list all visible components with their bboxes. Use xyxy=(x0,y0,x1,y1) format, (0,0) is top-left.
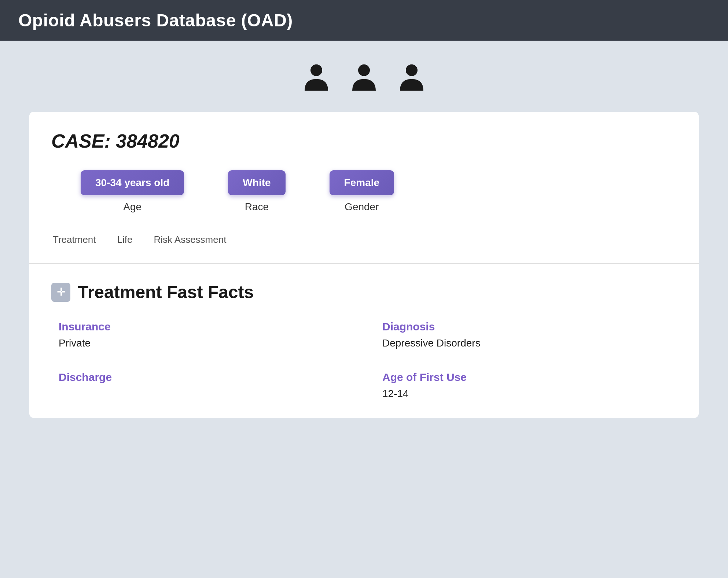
demographics-row: 30-34 years old Age White Race Female Ge… xyxy=(51,170,677,213)
tab-treatment[interactable]: Treatment xyxy=(51,231,98,248)
age-badge: 30-34 years old xyxy=(81,170,184,195)
diagnosis-label: Diagnosis xyxy=(382,321,677,333)
clipboard-icon xyxy=(51,283,70,302)
discharge-label: Discharge xyxy=(59,371,353,384)
race-demo-item: White Race xyxy=(228,170,285,213)
section-title: Treatment Fast Facts xyxy=(78,282,254,302)
tabs-row: Treatment Life Risk Assessment xyxy=(51,231,677,248)
user-icon-1 xyxy=(304,63,329,93)
user-icon-3 xyxy=(399,63,424,93)
app-header: Opioid Abusers Database (OAD) xyxy=(0,0,728,41)
gender-label: Gender xyxy=(345,201,379,213)
insurance-fact: Insurance Private xyxy=(59,321,353,349)
svg-point-0 xyxy=(310,64,322,76)
tab-risk-assessment[interactable]: Risk Assessment xyxy=(152,231,228,248)
svg-point-1 xyxy=(358,64,370,76)
main-content: CASE: 384820 30-34 years old Age White R… xyxy=(0,41,728,440)
case-title: CASE: 384820 xyxy=(51,130,677,152)
gender-badge: Female xyxy=(330,170,394,195)
diagnosis-fact: Diagnosis Depressive Disorders xyxy=(382,321,677,349)
discharge-fact: Discharge xyxy=(59,371,353,400)
age-first-use-label: Age of First Use xyxy=(382,371,677,384)
section-header: Treatment Fast Facts xyxy=(51,282,677,302)
age-first-use-fact: Age of First Use 12-14 xyxy=(382,371,677,400)
race-badge: White xyxy=(228,170,285,195)
insurance-label: Insurance xyxy=(59,321,353,333)
insurance-value: Private xyxy=(59,337,353,349)
age-label: Age xyxy=(123,201,141,213)
facts-grid: Insurance Private Diagnosis Depressive D… xyxy=(51,321,677,400)
app-title: Opioid Abusers Database (OAD) xyxy=(18,11,293,30)
case-card-top: CASE: 384820 30-34 years old Age White R… xyxy=(29,112,699,264)
gender-demo-item: Female Gender xyxy=(330,170,394,213)
user-icon-2 xyxy=(351,63,377,93)
race-label: Race xyxy=(245,201,269,213)
tab-life[interactable]: Life xyxy=(116,231,134,248)
treatment-card: Treatment Fast Facts Insurance Private D… xyxy=(29,264,699,418)
svg-point-2 xyxy=(406,64,418,76)
age-first-use-value: 12-14 xyxy=(382,388,677,400)
diagnosis-value: Depressive Disorders xyxy=(382,337,677,349)
user-icons-row xyxy=(29,63,699,93)
age-demo-item: 30-34 years old Age xyxy=(81,170,184,213)
